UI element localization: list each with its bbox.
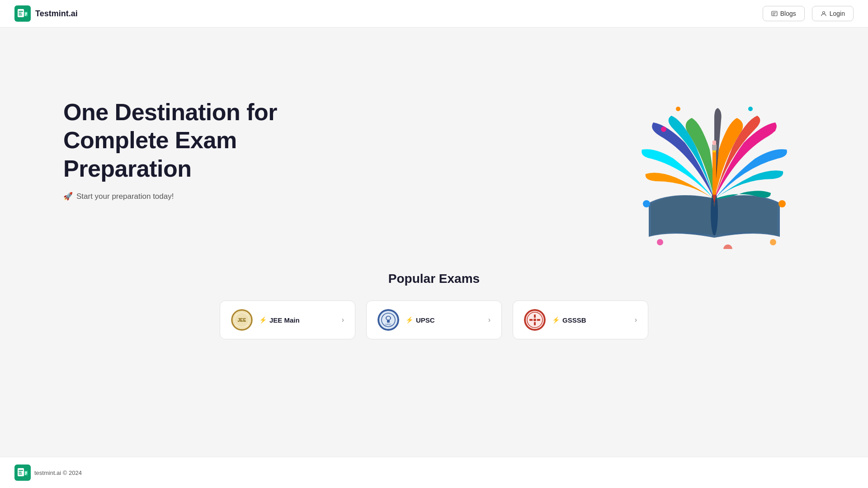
svg-point-42 xyxy=(387,317,390,320)
svg-rect-55 xyxy=(19,472,22,473)
jee-main-info: ⚡ JEE Main xyxy=(259,316,335,324)
footer-text: testmint.ai © 2024 xyxy=(34,469,82,476)
svg-rect-59 xyxy=(25,473,27,474)
header: Testmint.ai Blogs Login xyxy=(0,0,868,28)
svg-rect-6 xyxy=(25,13,27,14)
svg-point-27 xyxy=(676,107,680,111)
svg-rect-21 xyxy=(712,141,716,145)
svg-rect-7 xyxy=(25,14,27,15)
svg-point-22 xyxy=(770,127,776,132)
logo-text: Testmint.ai xyxy=(35,9,78,19)
svg-rect-4 xyxy=(19,14,22,15)
gsssb-name: GSSSB xyxy=(562,316,586,324)
logo-icon xyxy=(14,5,31,22)
svg-rect-43 xyxy=(387,320,390,323)
logo[interactable]: Testmint.ai xyxy=(14,5,78,22)
hero-subtitle: 🚀 Start your preparation today! xyxy=(63,192,298,201)
login-button[interactable]: Login xyxy=(812,6,854,21)
svg-point-26 xyxy=(748,107,753,111)
jee-lightning-icon: ⚡ xyxy=(259,316,267,324)
svg-rect-3 xyxy=(19,13,22,14)
svg-point-28 xyxy=(723,244,732,249)
gsssb-lightning-icon: ⚡ xyxy=(552,316,560,324)
popular-exams-section: Popular Exams JEE ⚡ JEE Main › xyxy=(0,263,868,375)
svg-point-30 xyxy=(770,239,776,245)
svg-rect-8 xyxy=(25,15,26,16)
gsssb-logo xyxy=(524,309,546,331)
hero-illustration xyxy=(624,59,805,240)
exam-card-gsssb[interactable]: ⚡ GSSSB › xyxy=(513,300,648,339)
blogs-button[interactable]: Blogs xyxy=(763,6,805,21)
jee-main-name: JEE Main xyxy=(269,316,300,324)
rocket-emoji: 🚀 xyxy=(63,192,73,201)
svg-point-31 xyxy=(657,239,663,245)
svg-point-23 xyxy=(661,127,666,132)
footer-logo-icon xyxy=(14,465,31,481)
jee-main-logo: JEE xyxy=(231,309,253,331)
svg-point-13 xyxy=(822,12,825,14)
hero-section: One Destination for Complete Exam Prepar… xyxy=(0,28,868,263)
exam-card-upsc[interactable]: UPSC ⚡ UPSC › xyxy=(366,300,502,339)
jee-main-chevron: › xyxy=(342,316,344,324)
upsc-lightning-icon: ⚡ xyxy=(406,316,413,324)
svg-rect-20 xyxy=(712,144,717,150)
svg-text:UPSC: UPSC xyxy=(385,323,392,326)
svg-rect-2 xyxy=(19,11,23,12)
upsc-info: ⚡ UPSC xyxy=(406,316,482,324)
upsc-logo: UPSC xyxy=(377,309,399,331)
svg-rect-56 xyxy=(19,474,22,474)
svg-rect-54 xyxy=(19,470,23,471)
header-nav: Blogs Login xyxy=(763,6,854,21)
gsssb-info: ⚡ GSSSB xyxy=(552,316,628,324)
login-icon xyxy=(821,10,827,17)
svg-rect-58 xyxy=(25,472,27,473)
popular-exams-title: Popular Exams xyxy=(63,272,805,286)
upsc-chevron: › xyxy=(488,316,491,324)
hero-title: One Destination for Complete Exam Prepar… xyxy=(63,98,298,183)
hero-text: One Destination for Complete Exam Prepar… xyxy=(63,98,298,201)
svg-rect-60 xyxy=(25,474,26,475)
blogs-icon xyxy=(771,10,778,17)
svg-point-24 xyxy=(778,200,786,207)
gsssb-chevron: › xyxy=(635,316,637,324)
svg-text:JEE: JEE xyxy=(238,318,246,323)
svg-point-25 xyxy=(643,200,650,207)
exam-cards-container: JEE ⚡ JEE Main › xyxy=(63,300,805,339)
exam-card-jee-main[interactable]: JEE ⚡ JEE Main › xyxy=(220,300,355,339)
upsc-name: UPSC xyxy=(416,316,435,324)
hero-illustration-svg xyxy=(624,59,805,249)
svg-point-51 xyxy=(533,319,536,321)
footer: testmint.ai © 2024 xyxy=(0,457,868,488)
svg-rect-16 xyxy=(712,150,716,195)
